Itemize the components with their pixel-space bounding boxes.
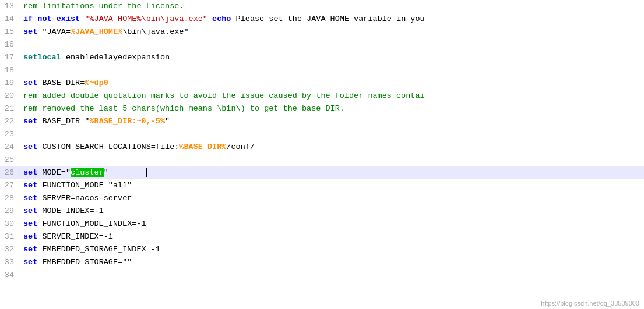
code-line: 30set FUNCTION_MODE_INDEX=-1 (0, 218, 644, 230)
code-token: SERVER_INDEX=-1 (37, 232, 113, 241)
line-content: set CUSTOM_SEARCH_LOCATIONS=file:%BASE_D… (19, 141, 255, 154)
line-number: 28 (0, 192, 19, 205)
line-number: 25 (0, 154, 19, 166)
code-line: 24set CUSTOM_SEARCH_LOCATIONS=file:%BASE… (0, 141, 644, 154)
code-line: 23 (0, 128, 644, 141)
code-token: " (104, 168, 108, 177)
line-number: 19 (0, 77, 19, 90)
line-number: 18 (0, 64, 19, 77)
code-line: 15set "JAVA=%JAVA_HOME%\bin\java.exe" (0, 26, 644, 38)
line-number: 29 (0, 205, 19, 218)
line-content: set BASE_DIR=%~dp0 (19, 77, 108, 90)
code-token: set (23, 168, 37, 177)
line-number: 17 (0, 51, 19, 64)
line-content: set EMBEDDED_STORAGE="" (19, 256, 132, 269)
code-token: set (23, 219, 37, 228)
line-number: 32 (0, 243, 19, 256)
line-number: 24 (0, 141, 19, 154)
code-token: set (23, 207, 37, 215)
line-number: 26 (0, 166, 19, 179)
code-token: BASE_DIR=" (37, 117, 89, 126)
code-line: 31set SERVER_INDEX=-1 (0, 230, 644, 243)
line-content: setlocal enabledelayedexpansion (19, 51, 170, 64)
code-token: /conf/ (226, 143, 255, 151)
code-token: set (23, 232, 37, 241)
code-line: 13rem limitations under the License. (0, 0, 644, 13)
code-token: FUNCTION_MODE="all" (37, 181, 132, 190)
line-number: 14 (0, 13, 19, 26)
watermark: https://blog.csdn.net/qq_33509000 (541, 300, 639, 307)
line-content: rem limitations under the License. (19, 0, 184, 13)
code-token: set (23, 117, 37, 126)
code-token: rem added double quotation marks to avoi… (23, 91, 425, 100)
code-token: enabledelayedexpansion (61, 53, 170, 62)
code-line: 26set MODE="cluster" (0, 166, 644, 179)
line-content: set EMBEDDED_STORAGE_INDEX=-1 (19, 243, 160, 256)
text-cursor (146, 168, 147, 177)
code-token: %JAVA_HOME% (71, 27, 122, 36)
line-number: 31 (0, 230, 19, 243)
code-line: 34 (0, 269, 644, 282)
code-token: EMBEDDED_STORAGE="" (37, 258, 132, 267)
line-number: 33 (0, 256, 19, 269)
code-token: "JAVA= (37, 27, 71, 36)
line-number: 20 (0, 90, 19, 102)
code-token: cluster (71, 168, 104, 177)
line-number: 16 (0, 38, 19, 51)
line-content: set MODE_INDEX=-1 (19, 205, 104, 218)
code-line: 29set MODE_INDEX=-1 (0, 205, 644, 218)
code-token: set (23, 181, 37, 190)
line-number: 22 (0, 115, 19, 128)
code-token: rem limitations under the License. (23, 2, 184, 10)
code-token: "%JAVA_HOME%\bin\java.exe" (85, 15, 207, 23)
code-token: FUNCTION_MODE_INDEX=-1 (37, 219, 146, 228)
code-token: set (23, 143, 37, 151)
code-token: set (23, 258, 37, 267)
code-token: rem removed the last 5 chars(which means… (23, 104, 344, 113)
line-content: rem removed the last 5 chars(which means… (19, 102, 344, 115)
code-line: 27set FUNCTION_MODE="all" (0, 179, 644, 192)
code-token: SERVER=nacos-server (37, 194, 132, 203)
code-token: set (23, 245, 37, 254)
code-editor: 13rem limitations under the License.14if… (0, 0, 644, 309)
code-token: set (23, 27, 37, 36)
code-token: MODE=" (37, 168, 71, 177)
line-number: 21 (0, 102, 19, 115)
code-line: 32set EMBEDDED_STORAGE_INDEX=-1 (0, 243, 644, 256)
code-line: 28set SERVER=nacos-server (0, 192, 644, 205)
line-number: 27 (0, 179, 19, 192)
line-number: 30 (0, 218, 19, 230)
line-content: set SERVER_INDEX=-1 (19, 230, 113, 243)
line-content: set FUNCTION_MODE_INDEX=-1 (19, 218, 146, 230)
line-content: if not exist "%JAVA_HOME%\bin\java.exe" … (19, 13, 425, 26)
code-line: 22set BASE_DIR="%BASE_DIR:~0,-5%" (0, 115, 644, 128)
code-token: MODE_INDEX=-1 (37, 207, 103, 215)
code-token: echo (207, 15, 231, 23)
code-token: set (23, 194, 37, 203)
line-number: 15 (0, 26, 19, 38)
line-number: 23 (0, 128, 19, 141)
code-token: \bin\java.exe" (122, 27, 188, 36)
code-token: BASE_DIR= (37, 79, 85, 87)
code-line: 33set EMBEDDED_STORAGE="" (0, 256, 644, 269)
code-token: " (165, 117, 170, 126)
code-line: 25 (0, 154, 644, 166)
code-line: 14if not exist "%JAVA_HOME%\bin\java.exe… (0, 13, 644, 26)
line-content: set BASE_DIR="%BASE_DIR:~0,-5%" (19, 115, 170, 128)
code-token: %~dp0 (85, 79, 108, 87)
code-token: if not exist (23, 15, 85, 23)
line-number: 34 (0, 269, 19, 282)
line-content: set SERVER=nacos-server (19, 192, 132, 205)
line-content: rem added double quotation marks to avoi… (19, 90, 425, 102)
line-number: 13 (0, 0, 19, 13)
code-line: 17setlocal enabledelayedexpansion (0, 51, 644, 64)
code-line: 20rem added double quotation marks to av… (0, 90, 644, 102)
code-token: set (23, 79, 37, 87)
line-content: set MODE="cluster" (19, 166, 147, 179)
line-content: set FUNCTION_MODE="all" (19, 179, 132, 192)
code-token: EMBEDDED_STORAGE_INDEX=-1 (37, 245, 160, 254)
code-token: %BASE_DIR% (179, 143, 226, 151)
code-line: 16 (0, 38, 644, 51)
code-token: setlocal (23, 53, 61, 62)
line-content: set "JAVA=%JAVA_HOME%\bin\java.exe" (19, 26, 189, 38)
